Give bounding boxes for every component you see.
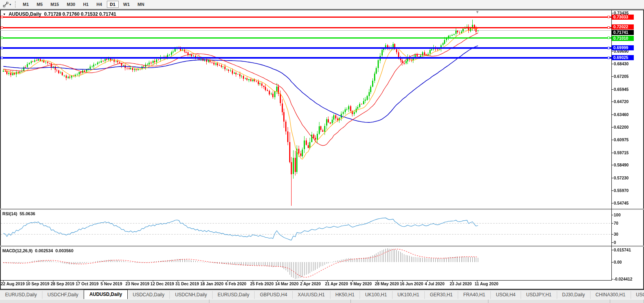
chart-tab-usoil-h1[interactable]: USOil,H1 [631,291,644,299]
symbol-label: AUDUSD,Daily [9,11,41,17]
macd-indicator-name: MACD(12,26,9) [2,248,33,253]
timeframe-button-m1[interactable]: M1 [20,1,32,8]
status-cell [488,299,610,303]
date-axis-label: 23 Nov 2019 [125,281,149,286]
date-axis-label: 12 Dec 2019 [150,281,174,286]
price-line-tag: 0.73033 [612,15,634,20]
chart-tab-xauusd-h1[interactable]: XAUUSD,H1 [293,291,330,299]
macd-axis-label: 0.015741 [614,248,631,252]
date-axis-label: 6 Feb 2020 [225,281,246,286]
status-bar [0,299,644,303]
date-axis-label: 21 Apr 2020 [325,281,348,286]
date-axis-label: 5 Nov 2019 [101,281,122,286]
chart-tab-usdchf-daily[interactable]: USDCHF,Daily [42,291,84,299]
chart-tab-usdcnh-daily[interactable]: USDCNH,Daily [170,291,212,299]
rsi-indicator-name: RSI(14) [2,211,17,216]
date-axis-label: 25 Feb 2020 [250,281,274,286]
chart-tab-eurusd-daily[interactable]: EURUSD,Daily [0,291,42,299]
price-axis-label: 0.55970 [614,188,629,193]
rsi-axis-label: 100 [614,212,621,217]
price-line-tag: 0.71010 [612,36,634,41]
chart-tab-usoil-h4[interactable]: USOil,H4 [491,291,521,299]
chart-tab-usdcad-daily[interactable]: USDCAD,Daily [128,291,170,299]
chart-tab-hk50-h1[interactable]: HK50,H1 [330,291,360,299]
price-line-tag: 0.69025 [612,55,634,60]
price-axis-label: 0.57230 [614,176,629,180]
tool-dropdown-arrow-icon[interactable]: ▾ [9,3,11,6]
rsi-axis-label: 70 [614,221,618,225]
chart-tab-eurusd-daily[interactable]: EURUSD,Daily [213,291,255,299]
rsi-axis-label: 30 [614,232,618,236]
timeframe-button-h1[interactable]: H1 [80,1,92,8]
status-cell [610,299,644,303]
macd-indicator-value-signal: 0.003560 [55,248,73,253]
date-axis-label: 18 Jan 2020 [200,281,224,286]
chart-tab-audusd-daily[interactable]: AUDUSD,Daily [84,290,127,299]
macd-indicator-value-main: 0.002534 [35,248,53,253]
macd-axis-label: 0.00 [614,260,622,264]
timeframe-button-m5[interactable]: M5 [33,1,46,8]
chart-tab-usdjpy-h1[interactable]: USDJPY,H1 [521,291,557,299]
chart-tab-dj30-daily[interactable]: DJ30,Daily [557,291,591,299]
status-cell [0,299,209,303]
price-line-tag: 0.69999 [612,45,634,50]
price-axis-label: 0.58490 [614,163,629,167]
price-axis-label: 0.68430 [614,61,629,66]
rsi-axis-label: 0 [614,240,616,245]
chart-tab-ger30-h1[interactable]: GER30,H1 [425,291,458,299]
ohlc-values: 0.71728 0.71760 0.71532 0.71741 [44,11,116,17]
date-axis-label: 31 Dec 2019 [175,281,199,286]
price-axis-label: 0.62200 [614,125,629,129]
date-axis-label: 2 Apr 2020 [300,281,321,286]
macd-pane-label: MACD(12,26,9) 0.002534 0.003560 [2,248,73,253]
price-axis-label: 0.54745 [614,201,629,205]
rsi-pane-label: RSI(14) 55.0636 [2,211,35,216]
chart-title: ▼ AUDUSD,Daily 0.71728 0.71760 0.71532 0… [3,11,116,17]
price-line-tag: 0.72022 [612,24,634,30]
timeframe-button-h4[interactable]: H4 [93,1,105,8]
chart-tab-uk100-h1[interactable]: UK100,H1 [393,291,425,299]
price-axis-label: 0.59715 [614,150,629,155]
date-axis-label: 17 Oct 2019 [75,281,98,286]
chart-tabs-bar: EURUSD,DailyUSDCHF,DailyAUDUSD,DailyUSDC… [0,290,644,299]
price-axis-label: 0.60975 [614,137,629,142]
date-axis-label: 22 Aug 2019 [1,281,25,286]
date-axis-label: 4 Jul 2020 [425,281,444,286]
timeframe-button-m15[interactable]: M15 [48,1,62,8]
price-axis-label: 0.67205 [614,74,629,79]
chart-tab-uk100-h1[interactable]: UK100,H1 [360,291,392,299]
status-cell [351,299,488,303]
price-axis-label: 0.64720 [614,99,629,104]
toolbar-separator [15,1,16,7]
timeframe-button-m30[interactable]: M30 [64,1,78,8]
timeframe-button-w1[interactable]: W1 [120,1,133,8]
timeframe-button-d1[interactable]: D1 [107,1,119,8]
timeframe-buttons: M1M5M15M30H1H4D1W1MN [19,1,148,8]
chart-window: ▼ AUDUSD,Daily 0.71728 0.71760 0.71532 0… [0,9,644,290]
current-price-tag: 0.71741 [612,30,634,35]
autoscroll-marker-icon: ▼ [475,10,479,14]
chart-canvas[interactable] [0,9,644,290]
date-axis-label: 28 Sep 2019 [51,281,74,286]
chart-tab-fra40-h1[interactable]: FRA40,H1 [458,291,491,299]
timeframe-toolbar: ▾ M1M5M15M30H1H4D1W1MN [0,0,644,9]
date-axis-label: 14 Mar 2020 [275,281,299,286]
date-axis-label: 16 Jun 2020 [400,281,424,286]
line-tool-icon[interactable] [2,1,9,8]
date-axis-label: 23 Jul 2020 [450,281,472,286]
status-cell [209,299,351,303]
price-axis-label: 0.63460 [614,112,629,117]
price-axis-label: 0.65945 [614,87,629,92]
timeframe-button-mn[interactable]: MN [134,1,147,8]
collapse-arrow-icon[interactable]: ▼ [3,13,6,16]
date-axis-label: 28 May 2020 [375,281,399,286]
chart-tab-china300-h1[interactable]: CHINA300,H1 [591,291,631,299]
date-axis-label: 9 May 2020 [350,281,372,286]
date-axis-label: 11 Aug 2020 [475,281,498,286]
macd-axis-label: -0.024412 [614,277,632,281]
date-axis-label: 10 Sep 2019 [26,281,49,286]
chart-tab-gbpusd-h4[interactable]: GBPUSD,H4 [255,291,292,299]
rsi-indicator-value: 55.0636 [20,211,35,216]
